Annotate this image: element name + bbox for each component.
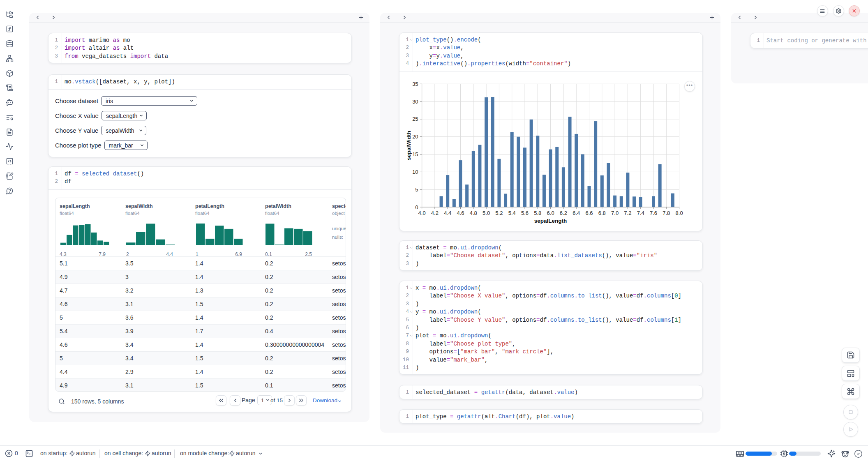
svg-text:6.4: 6.4 <box>573 210 580 216</box>
svg-text:6.6: 6.6 <box>585 210 593 216</box>
svg-text:15: 15 <box>412 151 418 157</box>
svg-text:7.4: 7.4 <box>637 210 644 216</box>
svg-text:5.8: 5.8 <box>534 210 541 216</box>
svg-text:7.8: 7.8 <box>663 210 670 216</box>
svg-text:30: 30 <box>412 98 418 104</box>
svg-text:6.0: 6.0 <box>547 210 554 216</box>
svg-text:4.8: 4.8 <box>470 210 477 216</box>
svg-text:10: 10 <box>412 168 418 175</box>
svg-text:20: 20 <box>412 134 418 140</box>
svg-text:25: 25 <box>412 116 418 122</box>
svg-text:4.6: 4.6 <box>457 210 464 216</box>
svg-text:sepalLength: sepalLength <box>534 218 567 224</box>
svg-text:7.2: 7.2 <box>624 210 631 216</box>
svg-text:5.6: 5.6 <box>521 210 529 216</box>
svg-text:4.0: 4.0 <box>418 210 426 216</box>
svg-text:sepalWidth: sepalWidth <box>406 131 412 160</box>
svg-text:8.0: 8.0 <box>676 210 683 216</box>
svg-text:0: 0 <box>415 204 418 210</box>
svg-text:7.6: 7.6 <box>650 210 657 216</box>
svg-text:7.0: 7.0 <box>611 210 619 216</box>
svg-text:35: 35 <box>412 81 418 87</box>
svg-text:5.4: 5.4 <box>508 210 516 216</box>
svg-text:5.0: 5.0 <box>482 210 490 216</box>
svg-text:6.2: 6.2 <box>560 210 567 216</box>
svg-text:6.8: 6.8 <box>598 210 606 216</box>
svg-text:5.2: 5.2 <box>495 210 503 216</box>
svg-text:4.4: 4.4 <box>444 210 451 216</box>
svg-text:5: 5 <box>415 186 418 192</box>
svg-text:4.2: 4.2 <box>431 210 439 216</box>
